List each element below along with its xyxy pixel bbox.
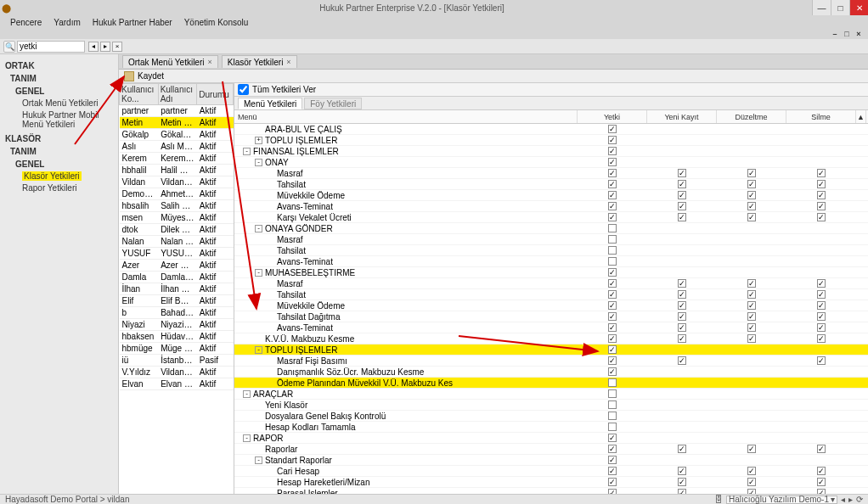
perm-row[interactable]: -Standart Raporlar✓ (234, 455, 868, 466)
perm-row[interactable]: Masraf✓✓✓✓ (234, 278, 868, 289)
perm-checkbox-cell[interactable]: ✓ (578, 312, 647, 321)
perm-checkbox-cell[interactable]: ✓ (717, 334, 786, 343)
perm-row[interactable]: Tahsilat✓✓✓✓ (234, 289, 868, 300)
perm-row[interactable]: Tahsilat Dağıtma✓✓✓✓ (234, 311, 868, 322)
perm-checkbox-cell[interactable]: ✓ (717, 180, 786, 188)
perm-checkbox-cell[interactable]: ✓ (647, 478, 717, 486)
search-prev[interactable]: ◂ (88, 42, 99, 52)
close-button[interactable]: ✕ (849, 0, 868, 15)
perm-checkbox-cell[interactable]: ✓ (717, 489, 786, 494)
perm-checkbox-cell[interactable]: ✓ (647, 169, 717, 177)
perm-checkbox-cell[interactable]: ✓ (647, 356, 717, 365)
table-row[interactable]: MetinMetin BAŞARIRAktif (120, 117, 234, 129)
expand-icon[interactable]: - (255, 159, 262, 166)
perm-checkbox-cell[interactable]: ✓ (717, 191, 786, 199)
maximize-button[interactable]: □ (831, 0, 849, 15)
tab-menu-yetkileri[interactable]: Menü Yetkileri (238, 98, 302, 109)
perm-row[interactable]: Müvekkile Ödeme✓✓✓✓ (234, 190, 868, 201)
tab-klasor-yetkileri[interactable]: Klasör Yetkileri× (222, 55, 297, 68)
perm-checkbox-cell[interactable]: ✓ (647, 180, 717, 188)
table-row[interactable]: AzerAzer SönmezAktif (120, 260, 234, 272)
perm-row[interactable]: Parasal İşlemler✓✓✓✓ (234, 488, 868, 494)
perm-checkbox-cell[interactable]: ✓ (786, 312, 856, 321)
perm-checkbox-cell[interactable]: ✓ (717, 467, 786, 475)
perm-row[interactable]: Karşı Vekalet Ücreti✓✓✓✓ (234, 212, 868, 223)
perm-row[interactable]: Hesap Hareketleri/Mizan✓✓✓✓ (234, 477, 868, 488)
perm-row[interactable]: Tahsilat✓✓✓✓ (234, 179, 868, 190)
col-yetki[interactable]: Yetki (578, 110, 647, 123)
table-row[interactable]: hbsalihSalih GÜZELAktif (120, 200, 234, 212)
perm-checkbox-cell[interactable]: ✓ (786, 301, 856, 310)
perm-checkbox-cell[interactable]: ✓ (786, 169, 856, 177)
search-icon[interactable]: 🔍 (3, 41, 15, 53)
perm-row[interactable]: Müvekkile Ödeme✓✓✓✓ (234, 300, 868, 311)
perm-checkbox-cell[interactable]: ✓ (578, 191, 647, 199)
col-silme[interactable]: Silme (786, 110, 856, 123)
col-durumu[interactable]: Durumu (197, 84, 234, 105)
perm-checkbox-cell[interactable]: ✓ (647, 489, 717, 494)
tab-ortak-menu[interactable]: Ortak Menü Yetkileri× (122, 55, 218, 68)
perm-checkbox-cell[interactable]: ✓ (578, 456, 647, 464)
perm-row[interactable]: +TOPLU İŞLEMLER✓ (234, 135, 868, 146)
perm-checkbox-cell[interactable]: ✓ (786, 202, 856, 210)
perm-row[interactable]: Masraf Fişi Basımı✓✓✓ (234, 356, 868, 367)
perm-checkbox-cell[interactable] (578, 389, 647, 398)
perm-checkbox-cell[interactable]: ✓ (578, 334, 647, 343)
table-row[interactable]: dtokDilek TokAktif (120, 224, 234, 236)
nav-item-ortak-menu[interactable]: Ortak Menü Yetkileri (22, 98, 113, 108)
perm-checkbox-cell[interactable]: ✓ (786, 467, 856, 475)
save-button[interactable]: Kaydet (138, 71, 164, 81)
menu-yardim[interactable]: Yardım (48, 17, 86, 28)
perm-checkbox-cell[interactable] (578, 257, 647, 266)
table-row[interactable]: V.YıldızVildan YıldızAktif (120, 367, 234, 378)
perm-checkbox-cell[interactable]: ✓ (578, 323, 647, 332)
minimize-button[interactable]: — (812, 0, 831, 15)
table-row[interactable]: DamlaDamla GÜÇLÜAktif (120, 272, 234, 283)
expand-icon[interactable]: - (243, 148, 251, 155)
perm-checkbox-cell[interactable]: ✓ (717, 202, 786, 210)
perm-checkbox-cell[interactable] (578, 246, 647, 255)
perm-checkbox-cell[interactable]: ✓ (578, 136, 647, 144)
perm-checkbox-cell[interactable]: ✓ (578, 445, 647, 453)
perm-row[interactable]: Tahsilat (234, 245, 868, 256)
table-row[interactable]: iüİstanbul ÜniversitesiPasif (120, 355, 234, 367)
perm-row[interactable]: -ARAÇLAR (234, 389, 868, 400)
table-row[interactable]: NiyaziNiyazi GönülşenAktif (120, 319, 234, 331)
perm-checkbox-cell[interactable]: ✓ (578, 180, 647, 188)
expand-icon[interactable]: + (255, 137, 262, 144)
col-kullanici-adi[interactable]: Kullanıcı Adı (158, 84, 197, 105)
perm-row[interactable]: Ödeme Planından Müvekkil V.Ü. Makbuzu Ke… (234, 378, 868, 389)
perm-checkbox-cell[interactable]: ✓ (786, 323, 856, 332)
status-nav-prev[interactable]: ◂ (841, 495, 845, 504)
perm-checkbox-cell[interactable]: ✓ (578, 356, 647, 365)
perm-checkbox-cell[interactable]: ✓ (647, 323, 717, 332)
menu-pencere[interactable]: Pencere (5, 17, 47, 28)
perm-checkbox-cell[interactable]: ✓ (647, 279, 717, 288)
perm-row[interactable]: Yeni Klasör (234, 400, 868, 411)
perm-row[interactable]: Raporlar✓✓✓✓ (234, 444, 868, 455)
perm-checkbox-cell[interactable] (578, 224, 647, 232)
users-grid[interactable]: Kullanıcı Ko... Kullanıcı Adı Durumu par… (119, 83, 234, 494)
perm-checkbox-cell[interactable]: ✓ (578, 345, 647, 354)
perm-row[interactable]: Cari Hesap✓✓✓✓ (234, 466, 868, 477)
perm-checkbox-cell[interactable]: ✓ (717, 323, 786, 332)
perm-checkbox-cell[interactable]: ✓ (578, 279, 647, 288)
perm-checkbox-cell[interactable]: ✓ (647, 445, 717, 453)
perm-row[interactable]: Dosyalara Genel Bakış Kontrolü (234, 411, 868, 422)
perm-checkbox-cell[interactable]: ✓ (578, 202, 647, 210)
expand-icon[interactable]: - (255, 225, 262, 232)
search-next[interactable]: ▸ (100, 42, 110, 52)
table-row[interactable]: ElifElif BAŞARIRAktif (120, 295, 234, 307)
perm-row[interactable]: Hesap Kodları Tamamla (234, 422, 868, 433)
perm-row[interactable]: -RAPOR✓ (234, 433, 868, 444)
table-row[interactable]: bBahadır DemirelAktif (120, 307, 234, 319)
perm-checkbox-cell[interactable]: ✓ (578, 367, 647, 376)
perm-checkbox-cell[interactable] (578, 423, 647, 431)
table-row[interactable]: msenMüyesser ŞenAktif (120, 212, 234, 224)
table-row[interactable]: partnerpartnerAktif (120, 105, 234, 117)
tab-foy-yetkileri[interactable]: Föy Yetkileri (304, 98, 362, 109)
nav-item-rapor-yetkileri[interactable]: Rapor Yetkileri (22, 183, 113, 193)
col-kullanici-kodu[interactable]: Kullanıcı Ko... (120, 84, 159, 105)
perm-row[interactable]: Avans-Teminat✓✓✓✓ (234, 322, 868, 333)
nav-item-klasor-yetkileri[interactable]: Klasör Yetkileri (22, 171, 82, 181)
